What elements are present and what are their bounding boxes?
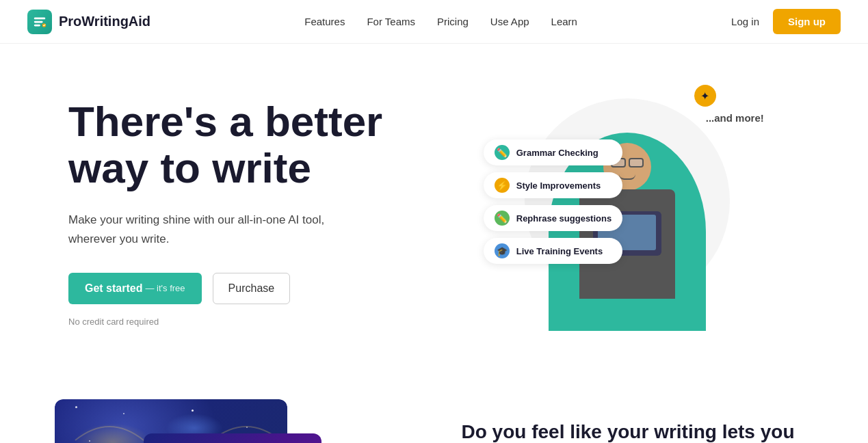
pill-style: ⚡ Style Improvements [484, 172, 622, 198]
pill-grammar-icon: ✏️ [495, 145, 510, 160]
pill-rephrase-icon: ✏️ [495, 211, 510, 226]
and-more-text: ...and more! [706, 112, 764, 124]
pill-rephrase: ✏️ Rephrase suggestions [484, 205, 622, 231]
purchase-button[interactable]: Purchase [213, 273, 291, 304]
no-credit-text: No credit card required [68, 317, 441, 327]
nav-use-app[interactable]: Use App [490, 16, 529, 27]
nav-for-teams[interactable]: For Teams [367, 16, 415, 27]
section2-title: Do you feel like your writing lets you d… [462, 420, 814, 443]
logo-icon [27, 10, 52, 34]
section2-content: Do you feel like your writing lets you d… [462, 399, 814, 443]
star-badge: ✦ [694, 85, 716, 107]
nav-links: Features For Teams Pricing Use App Learn [304, 16, 577, 27]
navbar: ProWritingAid Features For Teams Pricing… [0, 0, 868, 44]
nav-learn[interactable]: Learn [551, 16, 577, 27]
feature-pills: ✏️ Grammar Checking ⚡ Style Improvements… [484, 139, 622, 264]
get-started-button[interactable]: Get started — it's free [68, 273, 202, 304]
hero-subtitle: Make your writing shine with our all-in-… [68, 211, 356, 247]
hero-content: There's a better way to write Make your … [68, 85, 441, 327]
signup-button[interactable]: Sign up [773, 9, 841, 34]
section2-images: My idea in my head [55, 399, 407, 443]
hero-title: There's a better way to write [68, 98, 441, 191]
pill-training: 🎓 Live Training Events [484, 238, 622, 264]
brand-name: ProWritingAid [59, 14, 150, 29]
hero-section: There's a better way to write Make your … [0, 44, 868, 386]
nav-features[interactable]: Features [304, 16, 345, 27]
image-card-front [144, 433, 321, 443]
logo-link[interactable]: ProWritingAid [27, 10, 150, 34]
nav-pricing[interactable]: Pricing [437, 16, 469, 27]
hero-buttons: Get started — it's free Purchase [68, 273, 441, 304]
pill-training-icon: 🎓 [495, 243, 510, 258]
section2: My idea in my head Do you feel like your… [0, 386, 868, 443]
svg-rect-2 [34, 24, 40, 26]
hero-illustration-container: ✏️ Grammar Checking ⚡ Style Improvements… [441, 85, 814, 345]
svg-rect-1 [34, 21, 43, 23]
hero-illustration: ✏️ Grammar Checking ⚡ Style Improvements… [497, 85, 757, 331]
navbar-actions: Log in Sign up [731, 9, 841, 34]
pill-grammar: ✏️ Grammar Checking [484, 139, 622, 165]
login-link[interactable]: Log in [731, 16, 759, 27]
svg-rect-0 [34, 17, 46, 19]
pill-style-icon: ⚡ [495, 178, 510, 193]
